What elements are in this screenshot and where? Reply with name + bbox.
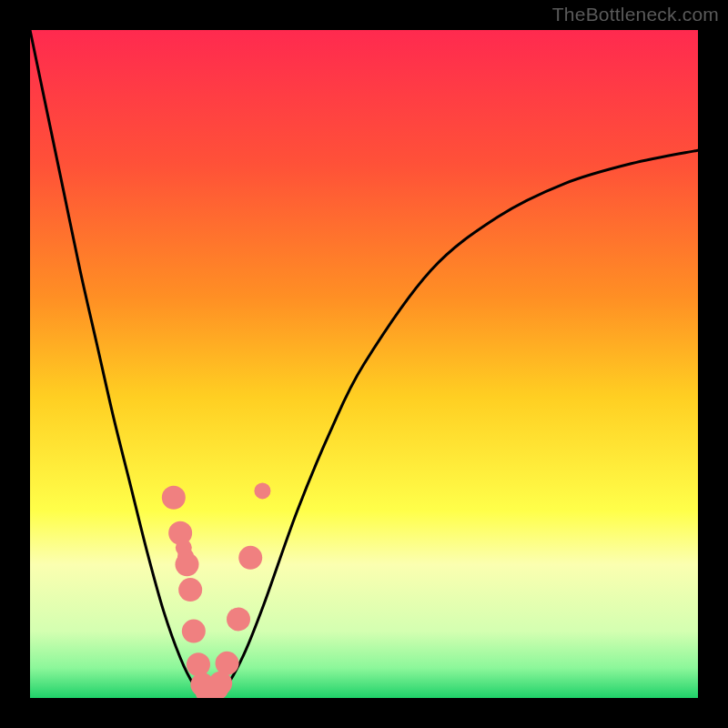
data-marker [187, 652, 210, 676]
data-marker [208, 672, 232, 695]
chart-svg [30, 30, 698, 698]
data-marker [182, 620, 206, 643]
plot-area [30, 30, 698, 698]
data-marker [162, 486, 186, 510]
data-marker [216, 652, 239, 675]
watermark-text: TheBottleneck.com [552, 4, 719, 25]
data-marker [175, 552, 198, 576]
data-marker [227, 607, 250, 631]
data-marker [178, 578, 202, 602]
chart-container: TheBottleneck.com [0, 0, 728, 728]
data-marker [254, 482, 270, 499]
data-marker [238, 546, 262, 570]
